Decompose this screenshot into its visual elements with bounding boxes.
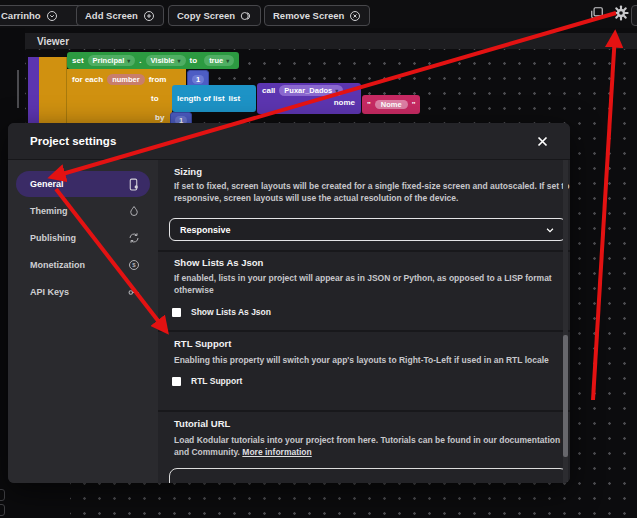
length-of-list-block[interactable]: length of list list bbox=[172, 85, 256, 112]
set-label: set bbox=[72, 56, 84, 65]
loop-variable-name: number bbox=[112, 75, 140, 84]
sidebar-item-label: API Keys bbox=[30, 287, 69, 297]
project-settings-modal: Project settings General Theming Publish… bbox=[8, 123, 570, 483]
sidebar-item-label: Monetization bbox=[30, 260, 85, 270]
cut-off-button[interactable] bbox=[631, 5, 637, 26]
dropdown-arrow-icon: ▾ bbox=[178, 58, 181, 64]
by-socket-label: by bbox=[150, 112, 169, 123]
x-circle-icon bbox=[349, 10, 361, 22]
list-label: list bbox=[229, 94, 241, 103]
viewer-title: Viewer bbox=[37, 36, 69, 47]
string-block[interactable]: " Nome " bbox=[362, 95, 420, 114]
add-screen-button[interactable]: Add Screen bbox=[76, 5, 164, 26]
rtl-checkbox-label: RTL Support bbox=[191, 376, 242, 386]
property-dropdown[interactable]: Visible ▾ bbox=[146, 55, 186, 66]
show-lists-checkbox-label: Show Lists As Json bbox=[191, 307, 271, 317]
parameter-name: nome bbox=[334, 98, 355, 107]
from-label: from bbox=[149, 75, 167, 84]
sidebar-item-api-keys[interactable]: API Keys bbox=[16, 279, 150, 305]
rtl-checkbox[interactable] bbox=[172, 377, 181, 386]
sidebar-item-label: Theming bbox=[30, 206, 68, 216]
loop-variable-pill[interactable]: number bbox=[107, 74, 145, 85]
to-label: to bbox=[151, 94, 159, 103]
copy-screen-button[interactable]: Copy Screen bbox=[168, 5, 261, 26]
sizing-description: If set to fixed, screen layouts will be … bbox=[174, 180, 570, 204]
modal-scrollbar-thumb[interactable] bbox=[563, 335, 568, 457]
procedure-dropdown[interactable]: Puxar_Dados ▾ bbox=[279, 85, 343, 96]
true-value: true bbox=[209, 56, 223, 65]
flyout-background bbox=[25, 483, 70, 518]
foreach-block-header[interactable]: for each number from bbox=[67, 69, 186, 90]
section-divider bbox=[158, 250, 570, 252]
component-dropdown[interactable]: Principal ▾ bbox=[88, 55, 136, 66]
dropdown-arrow-icon: ▾ bbox=[127, 58, 130, 64]
modal-sidebar: General Theming Publishing Monetization … bbox=[8, 160, 158, 483]
event-block-edge[interactable] bbox=[28, 57, 39, 123]
chevron-down-icon bbox=[545, 225, 555, 235]
component-name: Principal bbox=[93, 56, 125, 65]
dropdown-arrow-icon: ▾ bbox=[335, 88, 338, 94]
string-value: Nome bbox=[381, 100, 402, 109]
sizing-dropdown[interactable]: Responsive bbox=[169, 218, 566, 241]
show-lists-description: If enabled, lists in your project will a… bbox=[174, 272, 570, 296]
more-information-link[interactable]: More information bbox=[242, 447, 311, 457]
tutorial-heading: Tutorial URL bbox=[174, 418, 230, 429]
property-name: Visible bbox=[151, 56, 175, 65]
section-divider bbox=[158, 410, 570, 412]
copy-icon bbox=[240, 10, 252, 22]
modal-content: Sizing If set to fixed, screen layouts w… bbox=[158, 160, 570, 483]
dot-label: . bbox=[139, 56, 141, 65]
phone-settings-icon bbox=[127, 178, 140, 191]
tutorial-description: Load Kodular tutorials into your project… bbox=[174, 434, 570, 458]
rtl-heading: RTL Support bbox=[174, 338, 231, 349]
modal-header: Project settings bbox=[8, 123, 570, 160]
flyout-block-edge bbox=[0, 489, 5, 501]
show-lists-checkbox[interactable] bbox=[172, 308, 181, 317]
modal-title: Project settings bbox=[30, 135, 116, 147]
flyout-block-edge bbox=[0, 504, 5, 516]
close-quote: " bbox=[412, 100, 416, 109]
sidebar-item-monetization[interactable]: Monetization $ bbox=[16, 252, 150, 278]
sizing-heading: Sizing bbox=[174, 166, 202, 177]
remove-screen-label: Remove Screen bbox=[273, 10, 344, 21]
foreach-block-wall[interactable] bbox=[39, 57, 67, 123]
save-all-icon[interactable] bbox=[590, 6, 604, 24]
kodular-blocks-editor: { "toolbar": { "screen_button": "Carrinh… bbox=[0, 0, 637, 518]
to-label: to bbox=[190, 56, 198, 65]
screen-selector-label: Carrinho bbox=[1, 10, 41, 21]
mini-scrollbar[interactable] bbox=[17, 70, 19, 108]
section-divider bbox=[158, 330, 570, 332]
plus-circle-icon bbox=[143, 10, 155, 22]
chevron-down-circle-icon bbox=[46, 10, 58, 22]
screen-selector-button[interactable]: Carrinho bbox=[0, 5, 86, 26]
add-screen-label: Add Screen bbox=[85, 10, 138, 21]
show-lists-checkbox-row: Show Lists As Json bbox=[172, 307, 271, 317]
sync-icon bbox=[128, 232, 140, 244]
by-label: by bbox=[155, 113, 164, 122]
tutorial-url-input[interactable] bbox=[169, 468, 568, 483]
settings-gear-icon[interactable] bbox=[613, 5, 629, 25]
sidebar-item-publishing[interactable]: Publishing bbox=[16, 225, 150, 251]
dollar-circle-icon: $ bbox=[128, 259, 140, 271]
string-value-pill: Nome bbox=[375, 100, 408, 109]
viewer-bar: Viewer bbox=[25, 33, 637, 49]
tutorial-description-text: Load Kodular tutorials into your project… bbox=[174, 435, 560, 457]
true-dropdown[interactable]: true ▾ bbox=[204, 55, 234, 66]
set-property-block[interactable]: set Principal ▾ . Visible ▾ to true ▾ bbox=[67, 52, 239, 69]
sidebar-item-label: General bbox=[30, 179, 64, 189]
top-toolbar: Carrinho Add Screen Copy Screen Remove S… bbox=[0, 0, 637, 28]
sidebar-item-general[interactable]: General bbox=[16, 171, 150, 197]
sidebar-item-theming[interactable]: Theming bbox=[16, 198, 150, 224]
open-quote: " bbox=[367, 100, 371, 109]
close-icon[interactable] bbox=[537, 136, 548, 147]
svg-text:$: $ bbox=[132, 262, 136, 268]
call-label: call bbox=[262, 86, 275, 95]
call-procedure-block[interactable]: call Puxar_Dados ▾ nome bbox=[257, 83, 361, 114]
key-icon bbox=[127, 286, 140, 299]
number-value: 1 bbox=[196, 75, 200, 84]
to-socket-label: to bbox=[146, 92, 164, 105]
rtl-checkbox-row: RTL Support bbox=[172, 376, 242, 386]
foreach-label: for each bbox=[72, 75, 103, 84]
copy-screen-label: Copy Screen bbox=[177, 10, 235, 21]
remove-screen-button[interactable]: Remove Screen bbox=[264, 5, 370, 26]
